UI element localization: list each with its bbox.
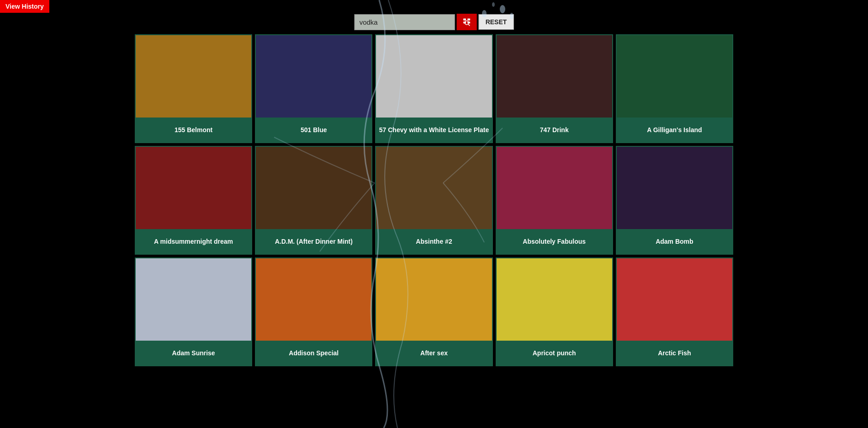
drink-label-155-belmont: 155 Belmont [136, 118, 251, 142]
view-history-button[interactable]: View History [0, 0, 49, 13]
drink-card-adam-sunrise[interactable]: Adam Sunrise [135, 257, 252, 366]
drink-label-arctic-fish: Arctic Fish [617, 341, 732, 365]
drink-image-apricot-punch [497, 258, 612, 341]
drink-card-155-belmont[interactable]: 155 Belmont [135, 34, 252, 143]
drink-label-adm: A.D.M. (After Dinner Mint) [256, 229, 371, 254]
drink-card-gilligan[interactable]: A Gilligan's Island [616, 34, 733, 143]
search-input[interactable] [355, 14, 455, 30]
svg-rect-1 [467, 19, 470, 21]
drink-card-absinthe2[interactable]: Absinthe #2 [375, 146, 492, 255]
drink-card-747-drink[interactable]: 747 Drink [496, 34, 613, 143]
drink-image-155-belmont [136, 35, 251, 118]
search-area: RESET [355, 14, 514, 30]
drink-image-midsummer [136, 147, 251, 229]
drink-card-501-blue[interactable]: 501 Blue [255, 34, 372, 143]
reset-button[interactable]: RESET [479, 14, 514, 30]
drinks-grid: 155 Belmont501 Blue57 Chevy with a White… [135, 34, 733, 366]
drink-card-addison-special[interactable]: Addison Special [255, 257, 372, 366]
drink-image-addison-special [256, 258, 371, 341]
drink-label-adam-bomb: Adam Bomb [617, 229, 732, 254]
drink-card-after-sex[interactable]: After sex [375, 257, 492, 366]
drink-image-arctic-fish [617, 258, 732, 341]
drink-label-747-drink: 747 Drink [497, 118, 612, 142]
drink-card-arctic-fish[interactable]: Arctic Fish [616, 257, 733, 366]
drink-label-absinthe2: Absinthe #2 [376, 229, 492, 254]
drink-image-adm [256, 147, 371, 229]
drink-card-absolutely-fabulous[interactable]: Absolutely Fabulous [496, 146, 613, 255]
drink-image-adam-sunrise [136, 258, 251, 341]
drink-image-gilligan [617, 35, 732, 118]
drink-card-adam-bomb[interactable]: Adam Bomb [616, 146, 733, 255]
search-button[interactable] [457, 14, 477, 30]
drink-card-57-chevy[interactable]: 57 Chevy with a White License Plate [375, 34, 492, 143]
svg-point-6 [500, 5, 505, 13]
drink-label-addison-special: Addison Special [256, 341, 371, 365]
drink-label-apricot-punch: Apricot punch [497, 341, 612, 365]
drink-image-after-sex [376, 258, 492, 341]
drink-image-747-drink [497, 35, 612, 118]
drink-label-absolutely-fabulous: Absolutely Fabulous [497, 229, 612, 254]
drink-label-gilligan: A Gilligan's Island [617, 118, 732, 142]
drink-image-57-chevy [376, 35, 492, 118]
svg-rect-0 [463, 19, 466, 21]
drink-card-adm[interactable]: A.D.M. (After Dinner Mint) [255, 146, 372, 255]
svg-line-5 [468, 24, 470, 26]
drink-card-midsummer[interactable]: A midsummernight dream [135, 146, 252, 255]
svg-point-8 [492, 2, 495, 7]
drink-label-adam-sunrise: Adam Sunrise [136, 341, 251, 365]
drink-label-501-blue: 501 Blue [256, 118, 371, 142]
drink-image-adam-bomb [617, 147, 732, 229]
drink-image-absinthe2 [376, 147, 492, 229]
drink-label-midsummer: A midsummernight dream [136, 229, 251, 254]
drink-card-apricot-punch[interactable]: Apricot punch [496, 257, 613, 366]
drink-image-absolutely-fabulous [497, 147, 612, 229]
drink-label-after-sex: After sex [376, 341, 492, 365]
search-icon [462, 17, 471, 27]
drink-image-501-blue [256, 35, 371, 118]
drink-label-57-chevy: 57 Chevy with a White License Plate [376, 118, 492, 142]
